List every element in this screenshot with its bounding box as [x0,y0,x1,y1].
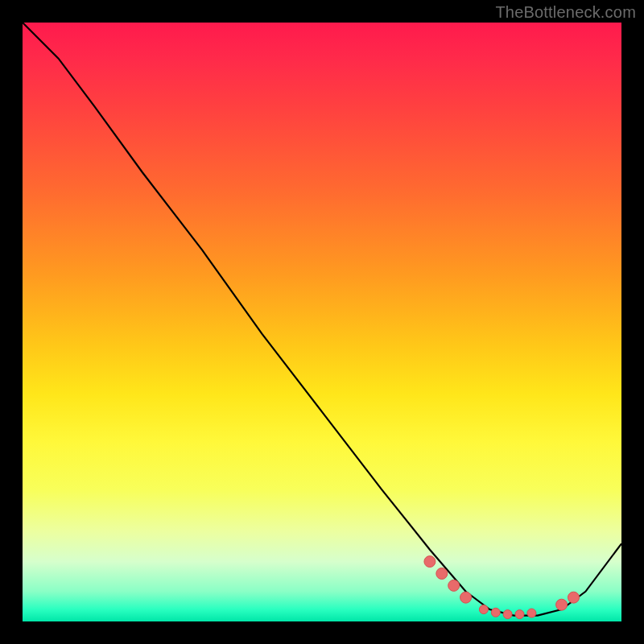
highlight-dot [491,608,500,617]
highlight-dot [448,580,460,591]
highlight-dot [424,556,436,568]
chart-svg [23,23,621,621]
chart-frame: TheBottleneck.com [0,0,644,644]
highlight-dots [424,556,580,619]
chart-plot-area [23,23,621,621]
highlight-dot [460,592,472,603]
highlight-dot [503,610,512,619]
highlight-dot [436,568,448,580]
highlight-dot [515,610,524,619]
highlight-dot [479,605,488,614]
highlight-dot [568,592,580,603]
highlight-dot [527,609,536,617]
series-curve [23,23,621,616]
highlight-dot [556,599,568,610]
watermark-text: TheBottleneck.com [495,3,636,22]
